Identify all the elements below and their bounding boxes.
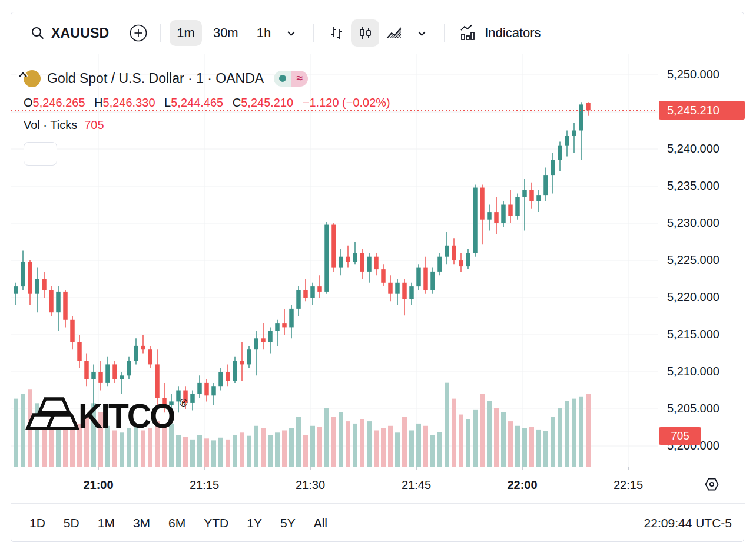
- range-button-5y[interactable]: 5Y: [279, 514, 297, 533]
- candle: [14, 286, 18, 294]
- candle: [437, 257, 442, 272]
- gold-bar-icon: [39, 399, 69, 412]
- volume-bar: [176, 435, 181, 467]
- toolbar-separator: [160, 24, 161, 42]
- price-label: 5,205.000: [659, 402, 745, 415]
- volume-bar: [437, 432, 442, 467]
- candle: [49, 290, 54, 312]
- chart-area: KITCO® 5,250.0005,240.0005,235.0005,230.…: [11, 54, 745, 467]
- volume-readout: Vol · Ticks705: [16, 118, 390, 132]
- volume-bar: [282, 430, 287, 467]
- candle: [91, 372, 96, 379]
- candle: [112, 364, 117, 379]
- volume-bar: [346, 421, 350, 467]
- range-button-3m[interactable]: 3M: [132, 514, 151, 533]
- candle: [551, 160, 555, 175]
- kitco-watermark: KITCO®: [28, 397, 187, 435]
- candle: [226, 372, 230, 381]
- chart-widget: XAUUSD 1m30m1h: [11, 12, 744, 542]
- candle: [70, 320, 75, 342]
- bottom-toolbar: 1D5D1M3M6MYTD1Y5YAll 22:09:44 UTC-5: [11, 503, 745, 542]
- volume-bar: [233, 435, 237, 467]
- range-group: 1D5D1M3M6MYTD1Y5YAll: [28, 514, 344, 533]
- volume-bar: [197, 435, 202, 467]
- indicators-button[interactable]: Indicators: [453, 19, 546, 47]
- top-toolbar: XAUUSD 1m30m1h: [11, 12, 744, 54]
- candle: [381, 269, 386, 283]
- candle: [515, 197, 520, 216]
- volume-bar: [353, 424, 357, 467]
- time-tick: [416, 467, 417, 470]
- candle: [339, 257, 343, 268]
- candle: [409, 286, 414, 299]
- gold-bar-icon: [48, 415, 77, 428]
- candle: [579, 104, 583, 130]
- symbol-search-button[interactable]: XAUUSD: [25, 22, 114, 45]
- volume-value: 705: [84, 118, 104, 131]
- candle: [536, 195, 541, 201]
- volume-bar: [247, 436, 251, 467]
- candle: [204, 383, 209, 395]
- interval-dropdown-button[interactable]: [279, 22, 303, 45]
- candle: [487, 212, 492, 220]
- volume-bar: [487, 401, 492, 467]
- high-value: 5,246.330: [103, 96, 155, 109]
- volume-bar: [586, 394, 591, 467]
- interval-button-1m[interactable]: 1m: [170, 20, 202, 46]
- range-button-ytd[interactable]: YTD: [203, 514, 230, 533]
- volume-bar: [494, 408, 499, 467]
- candle: [367, 257, 372, 272]
- interval-button-1h[interactable]: 1h: [250, 20, 278, 46]
- time-label: 21:15: [190, 478, 219, 492]
- time-label: 21:00: [83, 478, 113, 492]
- style-area-button[interactable]: [379, 19, 409, 47]
- volume-bar: [275, 432, 280, 467]
- volume-bar: [226, 440, 230, 467]
- interval-button-30m[interactable]: 30m: [206, 20, 246, 46]
- time-label: 21:45: [402, 478, 431, 492]
- volume-bar: [141, 430, 145, 467]
- hexagon-eye-icon: [704, 477, 720, 492]
- candle: [346, 257, 350, 262]
- candle: [310, 286, 315, 298]
- volume-bar: [501, 412, 506, 467]
- candle: [98, 372, 103, 383]
- price-label: 5,220.000: [659, 290, 745, 304]
- candle: [360, 253, 364, 272]
- volume-bar: [190, 440, 195, 467]
- range-button-1m[interactable]: 1M: [97, 514, 116, 533]
- volume-bar: [423, 426, 428, 467]
- style-bars-button[interactable]: [323, 19, 351, 47]
- price-label: 5,215.000: [659, 328, 745, 341]
- compare-add-button[interactable]: [125, 20, 151, 46]
- market-status-pill[interactable]: ≈: [274, 71, 308, 87]
- volume-bar: [452, 399, 456, 467]
- candle: [289, 309, 294, 328]
- candles-style-icon: [357, 25, 373, 41]
- volume-bar: [324, 408, 329, 467]
- bars-style-icon: [329, 25, 345, 41]
- time-axis-settings-button[interactable]: [704, 477, 720, 494]
- indicators-icon: [459, 24, 478, 42]
- style-candles-button[interactable]: [351, 19, 379, 47]
- range-button-5d[interactable]: 5D: [62, 514, 81, 533]
- volume-bar: [445, 383, 449, 467]
- style-dropdown-button[interactable]: [410, 22, 434, 45]
- price-label: 5,230.000: [659, 216, 745, 230]
- candle: [141, 346, 145, 349]
- candle: [218, 372, 223, 386]
- price-label: 5,250.000: [659, 68, 745, 81]
- volume-bar: [402, 417, 407, 467]
- chevron-down-icon: [416, 27, 428, 39]
- range-button-6m[interactable]: 6M: [167, 514, 187, 533]
- time-axis[interactable]: 21:0021:1521:3021:4522:0022:15: [11, 467, 745, 503]
- volume-bar: [536, 430, 541, 467]
- candle: [508, 205, 513, 216]
- range-button-1d[interactable]: 1D: [28, 514, 47, 533]
- price-label: 5,240.000: [659, 142, 745, 156]
- legend: Gold Spot / U.S. Dollar · 1 · OANDA ≈ O5…: [16, 68, 390, 166]
- collapse-legend-button[interactable]: [24, 142, 57, 166]
- range-button-1y[interactable]: 1Y: [246, 514, 263, 533]
- volume-bar: [204, 438, 209, 467]
- range-button-all[interactable]: All: [313, 514, 329, 533]
